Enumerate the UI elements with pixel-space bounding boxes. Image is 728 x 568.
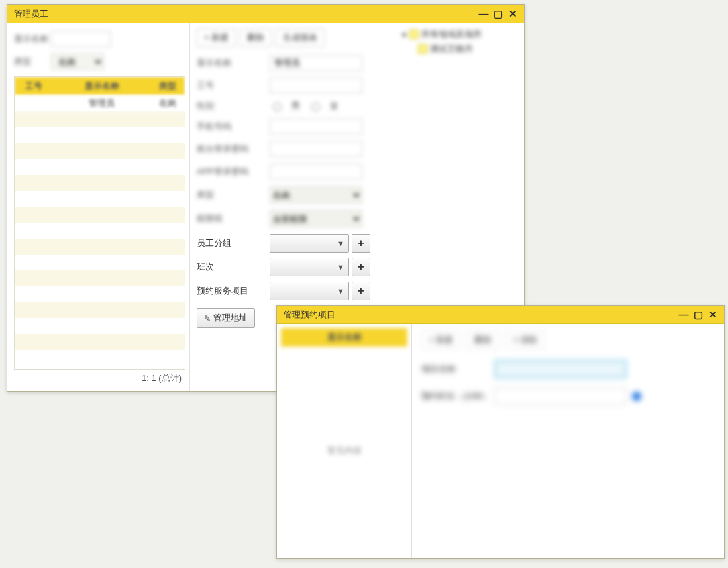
minimize-button[interactable]: — xyxy=(476,7,491,21)
pencil-icon xyxy=(204,313,211,323)
checkbox-icon[interactable] xyxy=(409,30,419,39)
new-button[interactable]: + 新建 xyxy=(197,28,236,47)
close-button[interactable]: ✕ xyxy=(505,7,520,21)
tree-child[interactable]: 测试王晓丹 xyxy=(402,43,517,55)
tree-caret-icon: ▾ xyxy=(402,30,407,40)
type-select[interactable]: 在岗 xyxy=(270,186,362,203)
app-pwd-input[interactable] xyxy=(270,164,362,180)
employee-list-panel: 显示名称 类型 在岗 工号 显示名称 类型 管理员 在岗 xyxy=(7,23,190,391)
manage-address-button[interactable]: 管理地址 xyxy=(197,308,255,328)
maximize-button[interactable]: ▢ xyxy=(491,7,505,21)
table-row[interactable]: 管理员 在岗 xyxy=(15,95,185,111)
close-button[interactable]: ✕ xyxy=(705,308,720,322)
filter-name-input[interactable] xyxy=(51,31,111,47)
group-combo[interactable]: ▼ xyxy=(270,234,349,253)
gen-report-button[interactable]: 生成报表 xyxy=(276,28,325,47)
filter-type-label: 类型 xyxy=(14,56,51,68)
grid-header: 工号 显示名称 类型 xyxy=(15,77,185,95)
group-add-button[interactable]: + xyxy=(352,234,370,253)
service-combo[interactable]: ▼ xyxy=(270,282,349,300)
duration-label: 预约时长（分钟） xyxy=(421,390,494,402)
filter-name-label: 显示名称 xyxy=(14,33,51,45)
new-button[interactable]: + 新建 xyxy=(421,331,460,349)
shift-combo[interactable]: ▼ xyxy=(270,258,349,276)
duration-input[interactable] xyxy=(494,388,627,405)
chevron-down-icon: ▼ xyxy=(337,239,344,247)
service-label: 预约服务项目 xyxy=(197,285,270,297)
delete-button[interactable]: 删除 xyxy=(240,28,272,47)
booking-list-panel: 显示名称 暂无内容 xyxy=(277,324,412,558)
grid-footer: 1: 1 (总计) xyxy=(14,369,185,387)
titlebar[interactable]: 管理预约项目 — ▢ ✕ xyxy=(277,306,724,324)
col-name: 显示名称 xyxy=(53,80,150,92)
delete-button[interactable]: 删除 xyxy=(467,331,499,349)
window-title: 管理员工 xyxy=(14,8,476,20)
detail-toolbar: + 新建 删除 生成报表 xyxy=(197,28,395,47)
filter-name-row: 显示名称 xyxy=(14,31,185,47)
shift-label: 班次 xyxy=(197,261,270,273)
name-input[interactable] xyxy=(270,55,362,71)
perm-select[interactable]: 全部权限 xyxy=(270,210,362,227)
booking-detail-panel: + 新建 删除 × 清除 项目名称 预约时长（分钟） xyxy=(412,324,724,558)
manage-booking-window: 管理预约项目 — ▢ ✕ 显示名称 暂无内容 + 新建 删除 × 清除 项目名称… xyxy=(276,305,725,559)
chevron-down-icon: ▼ xyxy=(337,287,344,295)
booking-toolbar: + 新建 删除 × 清除 xyxy=(421,331,715,349)
minimize-button[interactable]: — xyxy=(676,308,691,322)
titlebar[interactable]: 管理员工 — ▢ ✕ xyxy=(7,5,524,23)
gender-male-radio[interactable] xyxy=(273,103,282,111)
filter-type-row: 类型 在岗 xyxy=(14,54,185,70)
chevron-down-icon: ▼ xyxy=(337,263,344,271)
phone-input[interactable] xyxy=(270,119,362,135)
project-name-input[interactable] xyxy=(494,360,627,378)
empno-input[interactable] xyxy=(270,78,362,93)
col-empno: 工号 xyxy=(15,80,53,92)
project-name-label: 项目名称 xyxy=(421,363,494,375)
gender-female-radio[interactable] xyxy=(311,103,320,111)
tree-root[interactable]: ▾ 所有地域及场所 xyxy=(402,28,517,40)
list-empty-text: 暂无内容 xyxy=(281,347,407,554)
service-add-button[interactable]: + xyxy=(352,282,370,300)
col-type: 类型 xyxy=(150,80,185,92)
filter-type-select[interactable]: 在岗 xyxy=(51,54,104,70)
employee-grid: 工号 显示名称 类型 管理员 在岗 xyxy=(14,76,185,369)
shift-add-button[interactable]: + xyxy=(352,258,370,276)
group-label: 员工分组 xyxy=(197,237,270,249)
window-title: 管理预约项目 xyxy=(284,309,676,321)
clear-button[interactable]: × 清除 xyxy=(505,331,545,349)
checkbox-icon[interactable] xyxy=(418,44,427,54)
front-pwd-input[interactable] xyxy=(270,141,362,157)
list-header: 显示名称 xyxy=(281,328,407,347)
info-dot-icon xyxy=(632,392,641,401)
maximize-button[interactable]: ▢ xyxy=(691,308,705,322)
